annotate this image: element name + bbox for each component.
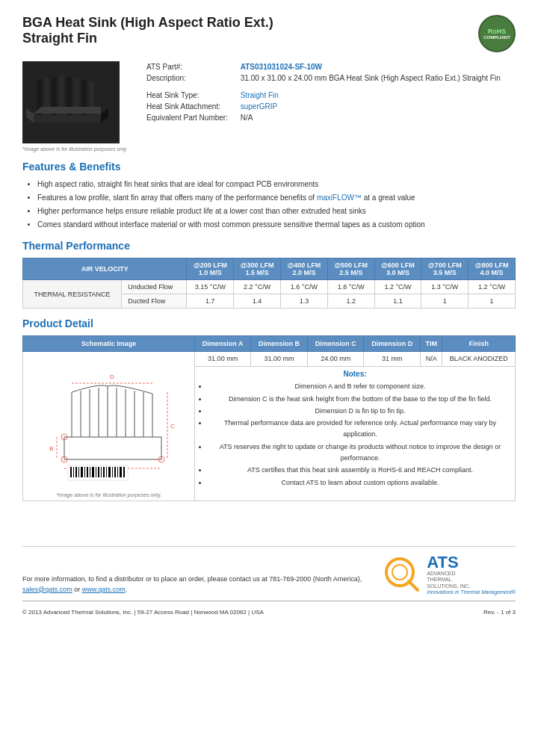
- ducted-300: 1.4: [234, 294, 281, 309]
- col-300lfm: @300 LFM 1.5 M/S: [234, 258, 281, 280]
- thermal-section-title: Thermal Performance: [22, 240, 516, 252]
- detail-col-tim: TIM: [421, 336, 442, 352]
- note-4: Thermal performance data are provided fo…: [208, 418, 513, 441]
- ats-text-block: ATS ADVANCED THERMAL SOLUTIONS, INC. Inn…: [427, 554, 516, 595]
- footer-website-link[interactable]: www.qats.com: [82, 586, 126, 593]
- unducted-flow-label: Unducted Flow: [122, 280, 187, 294]
- ats-acronym: ATS: [427, 554, 516, 571]
- dim-a-value: 31.00 mm: [195, 352, 251, 367]
- svg-rect-51: [114, 467, 116, 477]
- ducted-200: 1.7: [187, 294, 234, 309]
- part-label: ATS Part#:: [142, 61, 236, 72]
- svg-rect-40: [84, 467, 85, 477]
- detail-col-dima: Dimension A: [195, 336, 251, 352]
- feature-item-4: Comes standard without interface materia…: [37, 219, 516, 231]
- title-line2: Straight Fin: [22, 31, 273, 46]
- rohs-compliant: COMPLIANT: [483, 35, 510, 40]
- schematic-drawing: A B C D: [34, 355, 184, 489]
- svg-text:C: C: [170, 423, 175, 430]
- svg-rect-49: [108, 467, 111, 477]
- ats-q-logo: [383, 556, 421, 593]
- part-value: ATS031031024-SF-10W: [236, 61, 516, 72]
- feature-item-2: Features a low profile, slant fin array …: [37, 192, 516, 204]
- detail-col-schematic: Schematic Image: [23, 336, 195, 352]
- svg-rect-35: [70, 467, 72, 477]
- title-line1: BGA Heat Sink (High Aspect Ratio Ext.): [22, 15, 273, 31]
- description-value: 31.00 x 31.00 x 24.00 mm BGA Heat Sink (…: [236, 72, 516, 84]
- footer-email-link[interactable]: sales@qats.com: [22, 586, 72, 593]
- svg-rect-42: [90, 467, 90, 477]
- finish-value: BLACK ANODIZED: [442, 352, 516, 367]
- note-1: Dimension A and B refer to component siz…: [208, 381, 513, 392]
- dim-b-value: 31.00 mm: [251, 352, 308, 367]
- unducted-400: 1.6 °C/W: [281, 280, 328, 294]
- svg-rect-50: [112, 467, 113, 477]
- notes-header: Notes:: [197, 370, 513, 378]
- detail-col-dimc: Dimension C: [307, 336, 364, 352]
- col-700lfm: @700 LFM 3.5 M/S: [421, 258, 469, 280]
- svg-rect-12: [64, 437, 161, 459]
- ats-logo: ATS ADVANCED THERMAL SOLUTIONS, INC. Inn…: [383, 554, 516, 595]
- product-image-box: *Image above is for illustration purpose…: [22, 61, 127, 152]
- svg-rect-52: [117, 467, 118, 477]
- col-400lfm: @400 LFM 2.0 M/S: [281, 258, 328, 280]
- ats-tagline: Innovations in Thermal Management®: [427, 589, 516, 595]
- notes-cell: Notes: Dimension A and B refer to compon…: [195, 367, 516, 501]
- note-5: ATS reserves the right to update or chan…: [208, 441, 513, 465]
- description-label: Description:: [142, 72, 236, 84]
- note-2: Dimension C is the heat sink height from…: [208, 394, 513, 405]
- svg-rect-53: [120, 467, 122, 477]
- specs-table: ATS Part#: ATS031031024-SF-10W Descripti…: [142, 61, 516, 123]
- svg-rect-44: [96, 467, 96, 477]
- product-specs: ATS Part#: ATS031031024-SF-10W Descripti…: [142, 61, 516, 152]
- product-detail-section-title: Product Detail: [22, 317, 516, 329]
- col-600lfm: @600 LFM 3.0 M/S: [374, 258, 421, 280]
- copyright-text: © 2013 Advanced Thermal Solutions, Inc. …: [22, 609, 264, 616]
- dim-d-value: 31 mm: [364, 352, 421, 367]
- svg-rect-38: [78, 467, 79, 477]
- heat-sink-illustration: [26, 65, 116, 140]
- svg-rect-43: [92, 467, 94, 477]
- schematic-image-cell: A B C D: [23, 352, 195, 501]
- schematic-caption: *Image above is for illustration purpose…: [25, 492, 192, 498]
- detail-col-dimb: Dimension B: [251, 336, 308, 352]
- svg-marker-9: [26, 108, 34, 123]
- detail-col-finish: Finish: [442, 336, 516, 352]
- col-800lfm: @800 LFM 4.0 M/S: [469, 258, 516, 280]
- heatsink-type-value: Straight Fin: [236, 90, 516, 101]
- equiv-part-value: N/A: [236, 112, 516, 123]
- note-3: Dimension D is fin tip to fin tip.: [208, 406, 513, 417]
- rohs-badge: RoHS COMPLIANT: [478, 15, 516, 52]
- ducted-800: 1: [469, 294, 516, 309]
- equiv-part-label: Equivalent Part Number:: [142, 112, 236, 123]
- svg-rect-36: [73, 467, 74, 477]
- attachment-label: Heat Sink Attachment:: [142, 101, 236, 112]
- page-header: BGA Heat Sink (High Aspect Ratio Ext.) S…: [22, 15, 516, 52]
- svg-text:B: B: [49, 445, 53, 452]
- col-500lfm: @500 LFM 2.5 M/S: [327, 258, 374, 280]
- svg-rect-37: [75, 467, 77, 477]
- features-section-title: Features & Benefits: [22, 161, 516, 173]
- note-7: Contact ATS to learn about custom option…: [208, 477, 513, 489]
- ats-company-name: ADVANCED THERMAL SOLUTIONS, INC.: [427, 571, 516, 589]
- unducted-800: 1.2 °C/W: [469, 280, 516, 294]
- air-velocity-header: AIR VELOCITY: [23, 258, 187, 280]
- heatsink-type-label: Heat Sink Type:: [142, 90, 236, 101]
- svg-rect-39: [81, 467, 83, 477]
- feature-item-1: High aspect ratio, straight fin heat sin…: [37, 179, 516, 190]
- image-caption: *Image above is for illustration purpose…: [22, 146, 127, 152]
- ducted-600: 1.1: [374, 294, 421, 309]
- ducted-500: 1.2: [327, 294, 374, 309]
- svg-marker-10: [101, 108, 108, 123]
- svg-text:D: D: [110, 374, 114, 380]
- footer-contact-text: For more information, to find a distribu…: [22, 574, 366, 595]
- product-title: BGA Heat Sink (High Aspect Ratio Ext.) S…: [22, 15, 273, 46]
- rohs-text: RoHS: [488, 28, 507, 35]
- ducted-flow-label: Ducted Flow: [122, 294, 187, 309]
- svg-point-57: [392, 565, 407, 580]
- svg-marker-11: [34, 107, 101, 114]
- unducted-200: 3.15 °C/W: [187, 280, 234, 294]
- svg-rect-46: [101, 467, 102, 477]
- product-image: [22, 61, 120, 143]
- copyright-section: © 2013 Advanced Thermal Solutions, Inc. …: [22, 601, 516, 616]
